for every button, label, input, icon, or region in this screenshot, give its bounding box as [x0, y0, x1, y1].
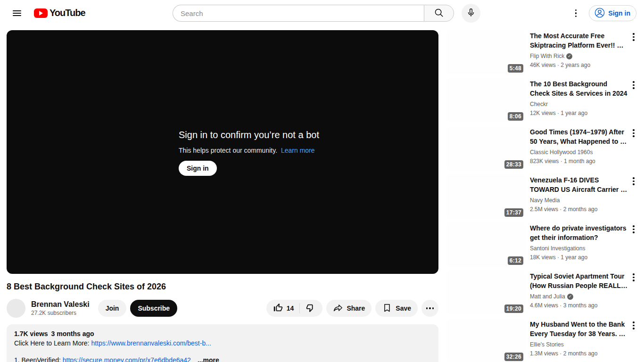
channel-avatar[interactable] [7, 299, 25, 318]
sidebar-video-info: The Most Accurate Free Skiptracing Platf… [525, 30, 628, 74]
save-label: Save [396, 304, 411, 312]
channel-name-text: Ellie's Stories [530, 341, 564, 348]
learn-more-link[interactable]: Learn more [281, 147, 315, 154]
thumbs-down-icon [305, 303, 316, 314]
video-kebab-menu-button[interactable] [628, 222, 639, 241]
sidebar-video-meta: 2.5M views · 2 months ago [530, 206, 628, 213]
overlay-subtitle-text: This helps protect our community. [179, 147, 277, 154]
youtube-logo[interactable]: YouTube [34, 8, 85, 18]
video-thumbnail[interactable]: 19:20 [446, 271, 525, 315]
header-settings-kebab-button[interactable] [566, 5, 585, 22]
sidebar-video-meta: 18K views · 1 year ago [530, 254, 628, 261]
channel-text-block: Brennan Valeski 27.2K subscribers [31, 300, 90, 317]
sidebar-video-item[interactable]: 6:12 Where do private investigators get … [446, 222, 639, 267]
video-thumbnail[interactable]: 8:06 [446, 78, 525, 123]
sidebar-video-list: 5:48 The Most Accurate Free Skiptracing … [446, 30, 639, 362]
more-actions-button[interactable] [421, 300, 438, 317]
search-input[interactable] [173, 5, 424, 22]
voice-search-button[interactable] [462, 4, 480, 23]
sidebar-video-title[interactable]: Typical Soviet Apartment Tour (How Russi… [530, 272, 628, 290]
sidebar-video-channel: Checkr ✓ [530, 100, 628, 108]
channel-and-actions-row: Brennan Valeski 27.2K subscribers Join S… [7, 299, 438, 318]
description-box[interactable]: 1.7K views3 months ago Click Here to Lea… [7, 324, 438, 362]
duration-badge: 32:26 [504, 353, 523, 361]
share-label: Share [347, 304, 365, 312]
verified-badge-icon: ✓ [566, 53, 572, 59]
video-thumbnail[interactable]: 17:37 [446, 174, 525, 219]
description-line-2: 1. BeenVerified: https://secure.money.co… [14, 355, 431, 362]
sidebar-video-info: Good Times (1974–1979) After 50 Years, W… [525, 126, 628, 171]
video-actions: 14 Share Save [266, 300, 438, 317]
show-more-link[interactable]: ...more [198, 356, 219, 362]
channel-name-text: Classic Hollywood 1960s [530, 148, 593, 156]
youtube-logo-text: YouTube [50, 8, 85, 18]
video-kebab-menu-button[interactable] [628, 319, 639, 337]
sidebar-video-title[interactable]: The 10 Best Background Check Sites & Ser… [530, 79, 628, 98]
search-icon [434, 8, 444, 19]
subscribe-button[interactable]: Subscribe [130, 300, 177, 317]
dislike-button[interactable] [300, 300, 322, 317]
save-button[interactable]: Save [375, 300, 418, 317]
microphone-icon [466, 8, 476, 19]
verified-badge-icon: ✓ [567, 294, 573, 300]
video-kebab-menu-button[interactable] [628, 271, 639, 289]
like-count: 14 [287, 304, 294, 312]
video-kebab-menu-button[interactable] [628, 78, 639, 97]
sidebar-video-item[interactable]: 8:06 The 10 Best Background Check Sites … [446, 78, 639, 123]
sidebar-video-info: My Husband Went to the Bank Every Tuesda… [525, 319, 628, 362]
video-thumbnail[interactable]: 32:26 [446, 319, 525, 362]
duration-badge: 28:33 [504, 160, 523, 169]
sidebar-video-info: The 10 Best Background Check Sites & Ser… [525, 78, 628, 123]
sidebar-video-title[interactable]: The Most Accurate Free Skiptracing Platf… [530, 31, 628, 50]
sidebar-video-channel: Santoni Investigations ✓ [530, 245, 628, 252]
description-line-1-text: Click Here to Learn More: [14, 339, 91, 347]
player-signin-button[interactable]: Sign in [179, 161, 217, 176]
search-button[interactable] [424, 5, 454, 22]
share-button[interactable]: Share [326, 300, 372, 317]
duration-badge: 6:12 [508, 256, 523, 265]
header-signin-label: Sign in [608, 9, 630, 17]
header-right-controls: Sign in [566, 5, 636, 22]
view-count: 1.7K views [14, 330, 48, 337]
overlay-subtitle: This helps protect our community. Learn … [179, 147, 319, 154]
sidebar-video-title[interactable]: My Husband Went to the Bank Every Tuesda… [530, 320, 628, 338]
share-icon [333, 303, 343, 314]
search-bar [173, 5, 480, 22]
sidebar-video-title[interactable]: Venezuela F-16 DIVES TOWARD US Aircraft … [530, 175, 628, 194]
hamburger-menu-button[interactable] [8, 4, 26, 23]
sidebar-video-channel: Ellie's Stories ✓ [530, 341, 628, 348]
sidebar-video-channel: Matt and Julia ✓ [530, 293, 628, 300]
sidebar-video-item[interactable]: 32:26 My Husband Went to the Bank Every … [446, 319, 639, 362]
like-button[interactable]: 14 [266, 300, 300, 317]
video-thumbnail[interactable]: 28:33 [446, 126, 525, 171]
person-icon [594, 7, 605, 20]
sidebar-video-item[interactable]: 17:37 Venezuela F-16 DIVES TOWARD US Air… [446, 174, 639, 219]
subscriber-count: 27.2K subscribers [31, 309, 90, 317]
watch-info-column: 8 Best Background Check Sites of 2026 Br… [7, 274, 438, 362]
header-signin-button[interactable]: Sign in [589, 5, 636, 21]
youtube-play-icon [34, 8, 48, 18]
sidebar-video-meta: 4.6M views · 3 months ago [530, 302, 628, 309]
description-link-1[interactable]: https://www.brennanvaleski.com/best-b... [91, 339, 211, 347]
video-kebab-menu-button[interactable] [628, 174, 639, 193]
sidebar-video-item[interactable]: 28:33 Good Times (1974–1979) After 50 Ye… [446, 126, 639, 171]
player-signin-overlay: Sign in to confirm you’re not a bot This… [179, 129, 319, 176]
channel-name-text: Checkr [530, 100, 548, 108]
channel-name-text: Santoni Investigations [530, 245, 585, 252]
sidebar-video-item[interactable]: 5:48 The Most Accurate Free Skiptracing … [446, 30, 639, 74]
video-title: 8 Best Background Check Sites of 2026 [7, 280, 438, 293]
video-kebab-menu-button[interactable] [628, 126, 639, 145]
video-thumbnail[interactable]: 5:48 [446, 30, 525, 74]
sidebar-video-item[interactable]: 19:20 Typical Soviet Apartment Tour (How… [446, 271, 639, 315]
video-kebab-menu-button[interactable] [628, 30, 639, 49]
video-player[interactable]: Sign in to confirm you’re not a bot This… [7, 30, 438, 274]
sidebar-video-title[interactable]: Where do private investigators get their… [530, 223, 628, 242]
sidebar-video-meta: 823K views · 1 month ago [530, 157, 628, 165]
sidebar-video-title[interactable]: Good Times (1974–1979) After 50 Years, W… [530, 127, 628, 146]
sidebar-video-meta: 12K views · 1 year ago [530, 109, 628, 117]
join-button[interactable]: Join [98, 300, 127, 317]
description-link-2[interactable]: https://secure.money.com/pr/x7e6dbde6a42 [63, 356, 191, 362]
like-dislike-pill: 14 [266, 300, 323, 317]
video-thumbnail[interactable]: 6:12 [446, 222, 525, 267]
channel-name[interactable]: Brennan Valeski [31, 300, 90, 309]
